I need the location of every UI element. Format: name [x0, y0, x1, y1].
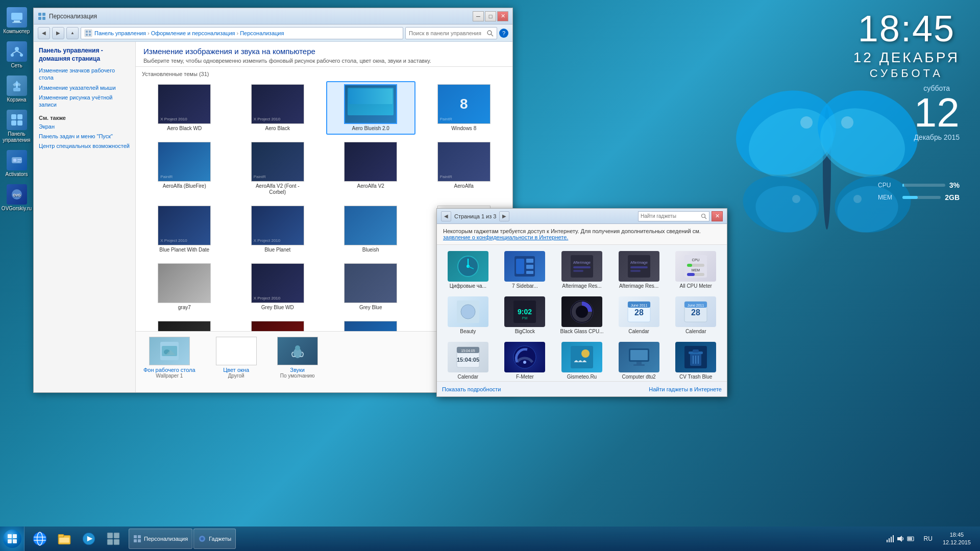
gadget-item-calendar3[interactable]: 15:04:0515:04:05 Calendar	[441, 340, 495, 381]
gadget-item-gismeteo1[interactable]: Gismeteo.Ru	[555, 340, 609, 381]
start-button[interactable]	[0, 527, 24, 551]
link-accessibility[interactable]: Центр специальных возможностей	[39, 142, 130, 149]
gadget-item-beauty[interactable]: Beauty	[441, 294, 495, 337]
find-gadgets-link[interactable]: Найти гаджеты в Интернете	[649, 386, 722, 392]
gadget-item-afterimage2[interactable]: Afterimage Afterimage Res...	[612, 249, 666, 291]
search-bar[interactable]	[405, 27, 497, 39]
sounds-thumb[interactable]	[277, 337, 318, 365]
lang-indicator[interactable]: RU	[922, 535, 935, 542]
breadcrumb-appearance[interactable]: Оформление и персонализация	[151, 30, 235, 36]
gadget-close-button[interactable]: ✕	[712, 211, 723, 221]
taskbar-switcher-icon[interactable]	[102, 528, 125, 550]
svg-point-18	[20, 54, 23, 57]
sidebar-icon-ovgorskiy[interactable]: OVG OVGorskiy.ru	[2, 182, 32, 214]
up-button[interactable]: ▲	[66, 27, 79, 39]
windows-logo-icon	[7, 533, 18, 544]
maximize-button[interactable]: □	[485, 11, 496, 21]
theme-blue-planet[interactable]: X Project 2010 Blue Planet	[233, 203, 323, 256]
sidebar-icon-network[interactable]: Сеть	[2, 39, 32, 71]
gadget-search-input[interactable]	[641, 213, 701, 219]
sidebar-icon-computer[interactable]: Компьютер	[2, 5, 32, 37]
theme-aero-black-wd[interactable]: X Project 2010 Aero Black WD	[140, 81, 229, 135]
link-screen[interactable]: Экран	[39, 123, 130, 130]
gadget-icon-black-glass-cpu	[561, 296, 602, 327]
wallpaper-label[interactable]: Фон рабочего стола	[143, 367, 195, 373]
link-change-mouse[interactable]: Изменение указателей мыши	[39, 84, 130, 91]
svg-rect-62	[573, 266, 591, 268]
gadget-footer: Показать подробности Найти гаджеты в Инт…	[437, 381, 727, 396]
sidebar-label-computer: Компьютер	[4, 29, 30, 35]
theme-metro-glass[interactable]: Metro Glass	[326, 318, 415, 331]
gadget-item-afterimage1[interactable]: Afterimage Afterimage Res...	[555, 249, 609, 291]
svg-rect-133	[8, 539, 12, 543]
gadget-item-black-glass-cpu[interactable]: Black Glass CPU...	[555, 294, 609, 337]
svg-rect-57	[526, 259, 533, 263]
theme-gray7[interactable]: gray7	[140, 260, 229, 314]
svg-rect-59	[526, 271, 533, 274]
taskbar-ie-icon[interactable]	[29, 528, 51, 550]
start-orb	[3, 530, 21, 548]
left-panel-title[interactable]: Панель управления - домашняя страница	[39, 47, 130, 63]
link-taskbar[interactable]: Панель задач и меню "Пуск"	[39, 133, 130, 140]
close-button[interactable]: ✕	[497, 11, 508, 21]
search-input[interactable]	[409, 30, 486, 36]
taskbar-app-control-panel[interactable]: Персонализация	[129, 529, 192, 549]
forward-button[interactable]: ▶	[52, 27, 64, 39]
gadget-notice-link[interactable]: заявление о конфиденциальности в Интерне…	[443, 234, 568, 240]
theme-aeroalfa[interactable]: PaintR AeroAlfa	[420, 139, 509, 198]
gadget-label-cpu-meter: All CPU Meter	[680, 283, 712, 289]
gadget-item-cv-trash-blue[interactable]: CV Trash Blue	[669, 340, 723, 381]
window-title-text: Персонализация	[49, 13, 472, 20]
gadget-titlebar: ◀ Страница 1 из 3 ▶ ✕	[437, 209, 727, 224]
breadcrumb-home[interactable]: Панель управления	[94, 30, 146, 36]
gadget-item-calendar2[interactable]: June 201128 Calendar	[669, 294, 723, 337]
gadget-label-bigclock: BigClock	[515, 329, 535, 335]
taskbar-explorer-icon[interactable]	[53, 528, 76, 550]
gadget-next-btn[interactable]: ▶	[499, 211, 509, 221]
color-thumb[interactable]	[216, 337, 257, 365]
gadget-item-bigclock[interactable]: 9:02PM BigClock	[498, 294, 552, 337]
taskbar-app-gadgets[interactable]: Гаджеты	[193, 529, 236, 549]
theme-windows8[interactable]: 8 PaintR Windows 8	[420, 81, 509, 135]
link-change-account[interactable]: Изменение рисунка учётной записи	[39, 94, 130, 109]
cpu-bar-fill	[902, 184, 904, 187]
gadget-item-calendar1[interactable]: June 201128 Calendar	[612, 294, 666, 337]
link-change-icons[interactable]: Изменение значков рабочего стола	[39, 67, 130, 82]
theme-aeroalfa-v2[interactable]: AeroAlfa V2	[326, 139, 415, 198]
svg-rect-131	[8, 534, 12, 538]
theme-mechanism-bonus[interactable]: Mechanism-bonus	[233, 318, 323, 331]
sidebar-icon-control-panel[interactable]: Панель управления	[2, 108, 32, 145]
theme-aeroalfa-v2-font[interactable]: PaintR AeroAlfa V2 (Font - Corbel)	[233, 139, 323, 198]
gadget-item-7sidebar[interactable]: 7 Sidebar...	[498, 249, 552, 291]
sounds-label[interactable]: Звуки	[290, 367, 305, 373]
gadget-item-cpu-meter[interactable]: CPUMEM All CPU Meter	[669, 249, 723, 291]
sidebar-icon-activators[interactable]: Activators	[2, 148, 32, 180]
theme-aero-blueish[interactable]: Aero Blueish 2.0	[326, 81, 415, 135]
theme-aero-black[interactable]: X Project 2010 Aero Black	[233, 81, 323, 135]
theme-grey-blue-wd[interactable]: X Project 2010 Grey Blue WD	[233, 260, 323, 314]
gadget-item-fmeter[interactable]: F-Meter	[498, 340, 552, 381]
show-details-link[interactable]: Показать подробности	[442, 386, 501, 392]
gadget-item-computer-dtu2[interactable]: Computer dtu2	[612, 340, 666, 381]
theme-label-aero-black-wd: Aero Black WD	[167, 126, 202, 132]
minimize-button[interactable]: ─	[473, 11, 484, 21]
gadget-search[interactable]	[638, 211, 709, 221]
gadget-prev-btn[interactable]: ◀	[441, 211, 451, 221]
back-button[interactable]: ◀	[38, 27, 50, 39]
theme-mechanism[interactable]: Mechanism	[140, 318, 229, 331]
theme-blue-planet-date[interactable]: X Project 2010 Blue Planet With Date	[140, 203, 229, 256]
breadcrumb-personalization[interactable]: Персонализация	[240, 30, 284, 36]
sidebar-icon-recycle[interactable]: Корзина	[2, 73, 32, 105]
taskbar-clock[interactable]: 18:45 12.12.2015	[939, 531, 975, 547]
taskbar-media-icon[interactable]	[78, 528, 100, 550]
theme-grey-blue[interactable]: Grey Blue	[326, 260, 415, 314]
help-button[interactable]: ?	[499, 29, 508, 38]
theme-aeroalfa-bluefire[interactable]: PaintR AeroAlfa (BlueFire)	[140, 139, 229, 198]
color-label[interactable]: Цвет окна	[223, 367, 249, 373]
theme-label-blue-planet-date: Blue Planet With Date	[159, 247, 209, 253]
wallpaper-thumb[interactable]	[149, 337, 190, 365]
also-section: См. также	[39, 115, 130, 121]
gadget-item-clock[interactable]: Цифровые ча...	[441, 249, 495, 291]
window-titlebar: Персонализация ─ □ ✕	[34, 8, 512, 24]
theme-blueish[interactable]: Blueish	[326, 203, 415, 256]
